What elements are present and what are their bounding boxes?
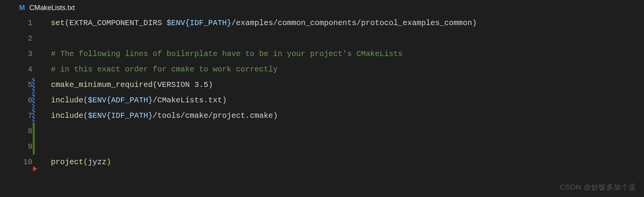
code-line[interactable] bbox=[51, 31, 644, 46]
code-token: ) bbox=[472, 19, 477, 27]
editor-area: M CMakeLists.txt 12345678910 set(EXTRA_C… bbox=[0, 0, 644, 197]
watermark: CSDN @炒饭多加个蛋 bbox=[560, 182, 636, 192]
code-line[interactable]: # The following lines of boilerplate hav… bbox=[51, 46, 644, 62]
code-token: include bbox=[51, 111, 83, 120]
line-number: 9 bbox=[0, 139, 35, 155]
line-number: 3 bbox=[0, 46, 35, 62]
code-token: /examples/common_components/protocol_exa… bbox=[231, 19, 472, 27]
code-token: # in this exact order for cmake to work … bbox=[51, 65, 278, 74]
code-line[interactable] bbox=[51, 139, 644, 155]
code-token: ( bbox=[65, 19, 69, 27]
code-token: VERSION 3.5 bbox=[157, 80, 208, 89]
diff-marker bbox=[32, 93, 35, 108]
line-number-gutter[interactable]: 12345678910 bbox=[0, 15, 35, 170]
code-line[interactable] bbox=[51, 124, 644, 139]
code-token: project bbox=[51, 158, 83, 166]
line-number: 1 bbox=[0, 15, 35, 31]
code-area: 12345678910 set(EXTRA_COMPONENT_DIRS $EN… bbox=[0, 15, 644, 170]
line-number: 5 bbox=[0, 77, 35, 93]
code-token: ( bbox=[83, 111, 88, 120]
code-line[interactable]: # in this exact order for cmake to work … bbox=[51, 62, 644, 77]
code-token: ) bbox=[208, 80, 213, 89]
diff-marker bbox=[33, 124, 35, 139]
code-token: include bbox=[51, 96, 83, 105]
code-token: /CMakeLists.txt bbox=[153, 96, 222, 105]
code-line[interactable]: project(jyzz) bbox=[51, 155, 644, 170]
code-line[interactable]: cmake_minimum_required(VERSION 3.5) bbox=[51, 77, 644, 93]
code-token: ( bbox=[153, 80, 157, 89]
tab-filename: CMakeLists.txt bbox=[29, 4, 75, 12]
diff-marker bbox=[32, 108, 35, 124]
code-line[interactable]: include($ENV{ADF_PATH}/CMakeLists.txt) bbox=[51, 93, 644, 108]
tab-row: M CMakeLists.txt bbox=[0, 0, 644, 15]
code-token: $ENV{ADF_PATH} bbox=[88, 96, 153, 105]
cmake-file-icon: M bbox=[19, 4, 25, 11]
line-number: 10 bbox=[0, 155, 35, 170]
code-token: /tools/cmake/project.cmake bbox=[153, 111, 273, 120]
code-line[interactable]: set(EXTRA_COMPONENT_DIRS $ENV{IDF_PATH}/… bbox=[51, 15, 644, 31]
code-token: ( bbox=[83, 158, 88, 166]
code-token: ) bbox=[106, 158, 111, 166]
editor-tab[interactable]: M CMakeLists.txt bbox=[12, 0, 81, 15]
code-token: set bbox=[51, 19, 65, 27]
diff-marker bbox=[32, 77, 35, 93]
code-token: $ENV{IDF_PATH} bbox=[167, 19, 231, 27]
line-number: 4 bbox=[0, 62, 35, 77]
diff-marker bbox=[33, 139, 35, 155]
breakpoint-triangle-icon[interactable] bbox=[33, 166, 37, 172]
code-content[interactable]: set(EXTRA_COMPONENT_DIRS $ENV{IDF_PATH}/… bbox=[35, 15, 644, 170]
line-number: 7 bbox=[0, 108, 35, 124]
code-line[interactable]: include($ENV{IDF_PATH}/tools/cmake/proje… bbox=[51, 108, 644, 124]
code-token: ) bbox=[222, 96, 227, 105]
code-token: cmake_minimum_required bbox=[51, 80, 153, 89]
code-token: ) bbox=[273, 111, 278, 120]
line-number: 6 bbox=[0, 93, 35, 108]
line-number: 8 bbox=[0, 124, 35, 139]
code-token: ( bbox=[83, 96, 88, 105]
code-token: jyzz bbox=[88, 158, 106, 166]
line-number: 2 bbox=[0, 31, 35, 46]
code-token: $ENV{IDF_PATH} bbox=[88, 111, 153, 120]
code-token: EXTRA_COMPONENT_DIRS bbox=[69, 19, 167, 27]
code-token: # The following lines of boilerplate hav… bbox=[51, 49, 403, 58]
